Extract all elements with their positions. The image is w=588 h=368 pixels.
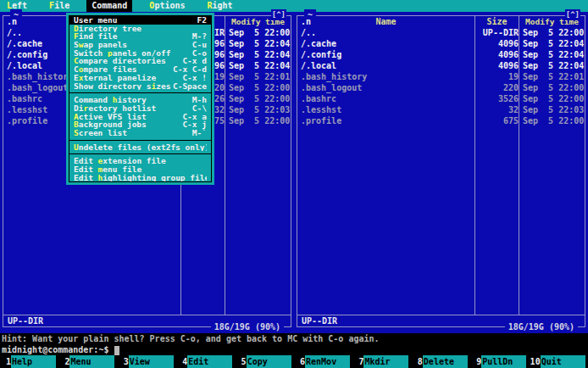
- menu-item-label: Find file: [74, 32, 192, 41]
- fkey-help[interactable]: 1Help: [0, 355, 58, 368]
- file-name: .bashrc: [297, 93, 474, 104]
- file-row[interactable]: .bash_history19Sep 5 22:01: [297, 71, 585, 82]
- command-menu-item[interactable]: Command historyM-h: [69, 96, 211, 104]
- command-menu-item[interactable]: Show directory sizesC-Space: [69, 82, 211, 91]
- file-size: UP--DIR: [474, 27, 519, 38]
- function-key-label: PullDn: [481, 355, 526, 368]
- file-size: 675: [474, 115, 519, 126]
- left-panel-up-icon[interactable]: [^]: [271, 9, 286, 20]
- file-mtime: Sep 5 22:00: [225, 93, 291, 104]
- function-key-number: 5: [236, 355, 247, 368]
- file-mtime: Sep 5 22:04: [225, 60, 291, 71]
- file-name: /.cache: [297, 38, 474, 49]
- menu-item-shortcut: M-`: [192, 129, 207, 137]
- sort-order-marker: .n: [7, 16, 17, 27]
- function-key-label: RenMov: [305, 355, 350, 368]
- menu-item-label: External panelize: [74, 74, 182, 82]
- function-key-label: Delete: [423, 355, 468, 368]
- menu-item-label: User menu: [74, 16, 197, 25]
- function-key-number: 4: [176, 355, 187, 368]
- menu-separator: [69, 92, 211, 93]
- function-key-number: 8: [412, 355, 423, 368]
- command-menu-item[interactable]: Find fileM-?: [69, 32, 211, 41]
- column-header-name[interactable]: Name: [375, 17, 396, 26]
- function-key-bar: 1Help2Menu3View4Edit5Copy6RenMov7Mkdir8D…: [0, 355, 588, 368]
- left-free-space: 18G/19G (90%): [211, 321, 284, 332]
- command-menu-item[interactable]: Edit highlighting group file: [69, 174, 211, 182]
- column-header-size[interactable]: Size: [474, 16, 519, 27]
- file-row[interactable]: /..UP--DIRSep 5 22:00: [297, 27, 585, 38]
- file-row[interactable]: .bashrc3526Sep 5 22:00: [297, 93, 585, 104]
- file-name: /..: [297, 27, 474, 38]
- file-mtime: Sep 5 22:00: [519, 27, 585, 38]
- menubar-item-options[interactable]: Options: [144, 0, 190, 12]
- file-name: /.config: [297, 49, 474, 60]
- menubar-item-right[interactable]: Right: [202, 0, 238, 12]
- menu-item-label: Directory tree: [74, 25, 207, 33]
- mc-application: LeftFileCommandOptionsRight ~ [^] .nName…: [0, 0, 588, 368]
- file-size: 220: [474, 82, 519, 93]
- function-key-number: 2: [58, 355, 69, 368]
- file-row[interactable]: /.local4096Sep 5 22:04: [297, 60, 585, 71]
- menu-item-label: Command history: [74, 96, 192, 104]
- right-panel-up-icon[interactable]: [^]: [565, 9, 580, 20]
- right-free-space: 18G/19G (90%): [505, 321, 578, 332]
- menu-separator: [69, 153, 211, 154]
- menu-item-label: Compare directories: [74, 57, 182, 65]
- function-key-label: Menu: [69, 355, 114, 368]
- fkey-edit[interactable]: 4Edit: [176, 355, 235, 368]
- file-row[interactable]: .profile675Sep 5 22:00: [297, 115, 585, 126]
- command-menu-item[interactable]: Undelete files (ext2fs only): [69, 143, 211, 152]
- file-size: 19: [474, 71, 519, 82]
- menu-item-label: Show directory sizes: [74, 82, 173, 91]
- menu-item-label: Screen list: [74, 129, 192, 137]
- fkey-mkdir[interactable]: 7Mkdir: [352, 355, 411, 368]
- file-size: 32: [474, 104, 519, 115]
- function-key-number: 6: [294, 355, 305, 368]
- file-mtime: Sep 5 22:04: [225, 49, 291, 60]
- command-line[interactable]: midnight@commander:~$: [0, 344, 588, 355]
- right-file-list: /..UP--DIRSep 5 22:00/.cache4096Sep 5 22…: [297, 27, 585, 126]
- file-mtime: Sep 5 22:04: [519, 60, 585, 71]
- file-row[interactable]: /.config4096Sep 5 22:04: [297, 49, 585, 60]
- fkey-renmov[interactable]: 6RenMov: [294, 355, 352, 368]
- file-mtime: Sep 5 22:04: [519, 38, 585, 49]
- fkey-menu[interactable]: 2Menu: [58, 355, 117, 368]
- command-menu-item[interactable]: Edit extension file: [69, 157, 211, 165]
- file-row[interactable]: .bash_logout220Sep 5 22:00: [297, 82, 585, 93]
- fkey-quit[interactable]: 10Quit: [530, 355, 588, 368]
- command-menu-dropdown: User menuF2Directory treeFind fileM-?Swa…: [66, 13, 214, 185]
- file-row[interactable]: .lesshst32Sep 5 22:03: [297, 104, 585, 115]
- fkey-view[interactable]: 3View: [118, 355, 176, 368]
- function-key-number: 10: [530, 355, 541, 368]
- menu-separator: [69, 140, 211, 141]
- fkey-delete[interactable]: 8Delete: [412, 355, 470, 368]
- file-name: .bash_history: [297, 71, 474, 82]
- file-mtime: Sep 5 22:03: [225, 104, 291, 115]
- file-row[interactable]: /.cache4096Sep 5 22:04: [297, 38, 585, 49]
- fkey-copy[interactable]: 5Copy: [236, 355, 294, 368]
- menu-item-label: Switch panels on/off: [74, 49, 192, 58]
- file-size: 4096: [474, 60, 519, 71]
- command-menu-item[interactable]: Screen listM-`: [69, 129, 211, 137]
- menu-item-label: Background jobs: [74, 120, 182, 129]
- file-name: .lesshst: [297, 104, 474, 115]
- function-key-label: Copy: [247, 355, 291, 368]
- command-menu-item[interactable]: Edit menu file: [69, 165, 211, 174]
- command-menu-item[interactable]: Directory tree: [69, 25, 211, 33]
- file-mtime: Sep 5 22:00: [225, 115, 291, 126]
- menu-item-shortcut: C-Space: [173, 82, 207, 91]
- command-menu-item[interactable]: User menuF2: [69, 16, 211, 25]
- file-mtime: Sep 5 22:00: [225, 82, 291, 93]
- file-name: /.local: [297, 60, 474, 71]
- function-key-number: 3: [118, 355, 129, 368]
- file-mtime: Sep 5 22:00: [519, 82, 585, 93]
- right-panel: ~ [^] .nName Size Modify time /..UP--DIR…: [297, 15, 585, 327]
- command-menu-item[interactable]: Background jobsC-x j: [69, 120, 211, 129]
- file-mtime: Sep 5 22:00: [519, 115, 585, 126]
- command-menu-item[interactable]: Swap panelsC-u: [69, 41, 211, 49]
- menubar-item-command[interactable]: Command: [86, 0, 132, 12]
- menu-item-label: Undelete files (ext2fs only): [74, 143, 207, 152]
- menubar-item-file[interactable]: File: [44, 0, 75, 12]
- fkey-pulldn[interactable]: 9PullDn: [470, 355, 529, 368]
